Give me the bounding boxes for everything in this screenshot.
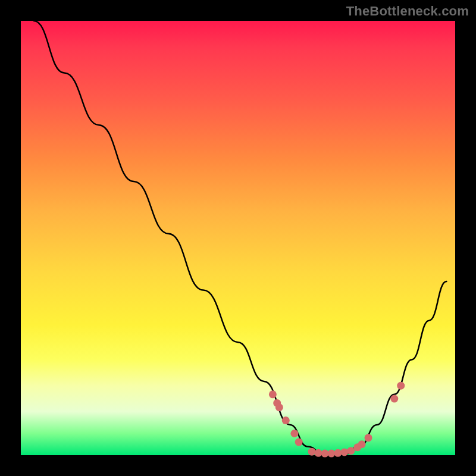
- curve-marker: [290, 430, 298, 437]
- curve-svg: [21, 21, 455, 455]
- curve-marker: [269, 390, 277, 398]
- chart-frame: TheBottleneck.com: [0, 0, 476, 476]
- curve-marker: [275, 403, 283, 411]
- curve-marker: [308, 448, 316, 456]
- curve-marker: [397, 382, 405, 390]
- curve-marker: [365, 434, 372, 441]
- curve-marker: [390, 395, 398, 403]
- watermark-text: TheBottleneck.com: [346, 4, 469, 19]
- curve-markers: [269, 382, 405, 458]
- curve-marker: [334, 449, 342, 457]
- curve-marker: [358, 440, 366, 448]
- curve-marker: [340, 448, 348, 456]
- curve-marker: [282, 416, 290, 424]
- bottleneck-curve: [34, 21, 447, 455]
- plot-gradient-area: [21, 21, 455, 455]
- curve-marker: [295, 439, 303, 446]
- curve-marker: [347, 447, 355, 455]
